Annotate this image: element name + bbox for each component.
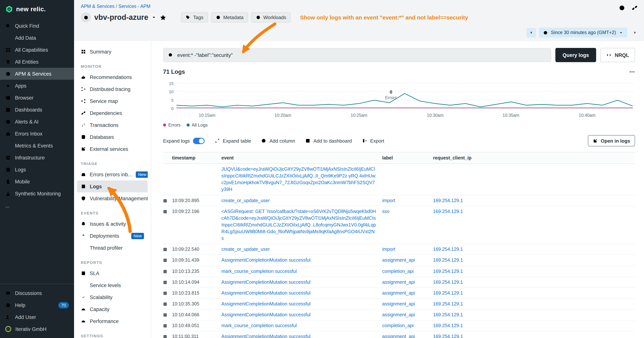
row-expand-marker[interactable] [164, 313, 167, 317]
event-link[interactable]: mark_course_completion successful [222, 322, 376, 329]
row-expand-marker[interactable] [164, 324, 167, 327]
sidebar-item-more[interactable]: ... [0, 199, 74, 211]
sidebar-item-apps[interactable]: Apps [0, 80, 74, 92]
row-expand-marker[interactable] [164, 199, 167, 202]
ip-link[interactable]: 169.254.129.1 [433, 279, 629, 285]
remove-column-icon[interactable] [372, 156, 376, 160]
sidebar-item-logs[interactable]: Logs [0, 164, 74, 176]
remove-column-icon[interactable] [625, 156, 629, 160]
row-expand-marker[interactable] [164, 280, 167, 284]
row-expand-marker[interactable] [164, 259, 167, 262]
log-row[interactable]: 10:09:20.895create_or_update_userimport1… [163, 195, 635, 206]
label-link[interactable]: assignment_api [382, 300, 427, 307]
row-expand-marker[interactable] [164, 210, 167, 213]
event-link[interactable]: AssignmentCompletionMutation successful [222, 279, 376, 285]
subnav-item-databases[interactable]: Databases [77, 131, 148, 143]
ip-link[interactable]: 169.254.129.1 [433, 333, 629, 338]
label-link[interactable]: import [382, 197, 427, 204]
label-link[interactable]: assignment_api [382, 279, 427, 285]
sidebar-item-dashboards[interactable]: Dashboards [0, 104, 74, 116]
event-link[interactable]: create_or_update_user [222, 246, 376, 253]
label-link[interactable]: import [382, 246, 427, 253]
row-expand-marker[interactable] [164, 335, 167, 338]
log-row[interactable]: 10:10:44.066AssignmentCompletionMutation… [163, 309, 635, 320]
sidebar-item-errors-inbox[interactable]: Errors Inbox [0, 128, 74, 140]
sidebar-item-add-user[interactable]: Add User [0, 311, 74, 323]
sidebar-item-iterativ-gmbh[interactable]: Iterativ GmbH [0, 323, 74, 335]
subnav-item-capacity[interactable]: Capacity [77, 303, 148, 315]
subnav-item-transactions[interactable]: Transactions [77, 119, 148, 131]
expand-table-button[interactable]: Expand table [214, 138, 251, 144]
subnav-item-external-services[interactable]: External services [77, 143, 148, 155]
label-link[interactable]: assignment_api [382, 333, 427, 338]
subnav-item-distributed-tracing[interactable]: Distributed tracing [77, 83, 148, 95]
copy-link-icon[interactable] [631, 5, 638, 11]
tags-button[interactable]: Tags [181, 12, 208, 23]
label-link[interactable]: completion_api [382, 268, 427, 274]
time-forward-button[interactable] [630, 28, 640, 37]
event-link[interactable]: AssignmentCompletionMutation successful [222, 257, 376, 264]
sidebar-item-all-capabilities[interactable]: All Capabilities [0, 44, 74, 56]
event-link[interactable]: AssignmentCompletionMutation successful [222, 311, 376, 318]
subnav-item-thread-profiler[interactable]: Thread profiler [77, 242, 148, 254]
log-row[interactable]: 10:09:22.196<ASGIRequest: GET '/sso/call… [163, 206, 635, 244]
open-in-logs-button[interactable]: Open in logs [588, 135, 635, 146]
chart-plot-area[interactable]: 0 Errors [176, 81, 633, 111]
sidebar-item-quick-find[interactable]: Quick Find [0, 20, 74, 32]
event-link[interactable]: create_or_update_user [222, 197, 376, 204]
subnav-item-deployments[interactable]: DeploymentsNew [77, 230, 148, 242]
ip-link[interactable]: 169.254.129.1 [433, 197, 629, 204]
ip-link[interactable]: 169.254.129.1 [433, 246, 629, 253]
event-link[interactable]: JUQVU&code=eyJraWQiOiJjcGItY29yZV8wOTl1M… [222, 166, 376, 193]
subnav-item-issues-activity[interactable]: Issues & activity [77, 218, 148, 230]
subnav-item-summary[interactable]: Summary [77, 46, 148, 58]
sidebar-item-mobile[interactable]: Mobile [0, 176, 74, 188]
metadata-button[interactable]: Metadata [211, 12, 248, 23]
row-expand-marker[interactable] [164, 270, 167, 273]
subnav-item-service-map[interactable]: Service map [77, 95, 148, 107]
workloads-button[interactable]: Workloads [251, 12, 290, 23]
query-searchbox[interactable] [163, 48, 551, 62]
sidebar-item-infrastructure[interactable]: Infrastructure [0, 152, 74, 164]
ip-link[interactable]: 169.254.129.1 [433, 300, 629, 307]
sidebar-item-synthetic-monitoring[interactable]: Synthetic Monitoring [0, 188, 74, 199]
label-link[interactable]: assignment_api [382, 311, 427, 318]
log-row[interactable]: 10:10:49.051mark_course_completion succe… [163, 320, 635, 331]
event-link[interactable]: <ASGIRequest: GET '/sso/callback/?state=… [222, 208, 376, 242]
sidebar-item-all-entities[interactable]: All Entities [0, 56, 74, 68]
subnav-item-recommendations[interactable]: Recommendations [77, 71, 148, 83]
ip-link[interactable]: 169.254.129.1 [433, 257, 629, 264]
expand-logs-toggle[interactable] [193, 138, 204, 144]
label-link[interactable]: sso [382, 208, 427, 215]
brand[interactable]: new relic. [0, 0, 74, 18]
sidebar-item-help[interactable]: Help70 [0, 299, 74, 311]
event-link[interactable]: AssignmentCompletionMutation successful [222, 300, 376, 307]
export-button[interactable]: Export [362, 138, 384, 144]
breadcrumb-link[interactable]: APM & Services [81, 4, 115, 9]
ip-link[interactable]: 169.254.129.1 [433, 268, 629, 274]
clear-query-icon[interactable] [541, 52, 546, 58]
log-row[interactable]: 10:09:31.439AssignmentCompletionMutation… [163, 255, 635, 266]
subnav-item-performance[interactable]: Performance [77, 315, 148, 327]
ip-link[interactable]: 169.254.129.1 [433, 208, 629, 215]
add-to-dashboard-button[interactable]: Add to dashboard [305, 138, 352, 144]
subnav-item-errors-errors-inb[interactable]: Errors (errors inb...New [77, 168, 148, 180]
legend-item-all-logs[interactable]: All Logs [186, 122, 208, 128]
time-back-button[interactable] [526, 28, 536, 37]
label-link[interactable]: assignment_api [382, 257, 427, 264]
entity-picker-chevron-down-icon[interactable] [152, 15, 156, 20]
ip-link[interactable]: 169.254.129.1 [433, 290, 629, 296]
row-expand-marker[interactable] [164, 291, 167, 295]
sidebar-item-discussions[interactable]: Discussions [0, 287, 74, 299]
remove-column-icon[interactable] [211, 156, 216, 160]
log-row[interactable]: 10:10:14.094AssignmentCompletionMutation… [163, 277, 635, 288]
log-row[interactable]: JUQVU&code=eyJraWQiOiJjcGItY29yZV8wOTl1M… [163, 164, 635, 195]
subnav-item-sla[interactable]: SLA [77, 267, 148, 279]
sidebar-item-alerts-ai[interactable]: Alerts & AI [0, 116, 74, 128]
legend-item-errors[interactable]: Errors [163, 122, 180, 128]
help-icon[interactable] [618, 5, 625, 11]
log-row[interactable]: 10:10:13.235mark_course_completion succe… [163, 266, 635, 277]
row-expand-marker[interactable] [164, 302, 167, 306]
more-options-icon[interactable] [629, 69, 635, 75]
ip-link[interactable]: 169.254.129.1 [433, 311, 629, 318]
